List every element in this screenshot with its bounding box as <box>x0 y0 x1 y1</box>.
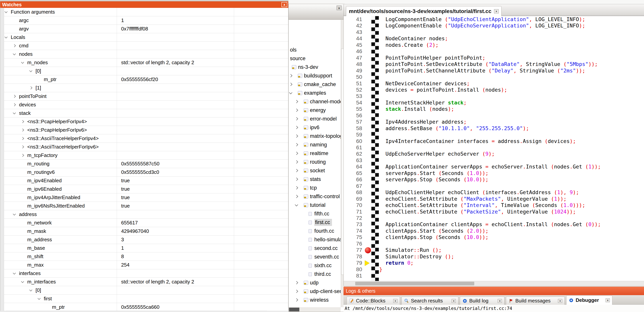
tree-item-second-cc[interactable]: second.cc <box>289 244 340 253</box>
logs-tab-close-icon[interactable]: x <box>558 299 562 303</box>
logs-tab-debugger[interactable]: Debuggerx <box>566 296 612 305</box>
watch-row[interactable]: m_routing0x555555587c50 <box>4 160 288 168</box>
watch-row[interactable]: <ns3::PcapHelperForIpv4> <box>4 118 288 126</box>
expand-arrow-icon[interactable] <box>295 143 298 147</box>
watch-row[interactable]: [0] <box>4 286 288 295</box>
expand-arrow-icon[interactable] <box>295 298 298 302</box>
watch-row[interactable]: m_ptr0x5555555ca660 <box>4 303 288 311</box>
expand-arrow-icon[interactable] <box>295 109 298 112</box>
project-tree-header[interactable]: x <box>288 4 344 20</box>
watch-row[interactable]: address <box>4 210 288 219</box>
tree-item-naming[interactable]: naming <box>289 141 340 149</box>
tree-item-sixth-cc[interactable]: sixth.cc <box>289 261 340 270</box>
watch-row[interactable]: m_ipv4Enabledtrue <box>4 176 288 185</box>
logs-tab-close-icon[interactable]: x <box>498 299 502 303</box>
tree-item-socket[interactable]: socket <box>289 166 340 175</box>
logs-tab-search-results[interactable]: Search resultsx <box>402 297 458 305</box>
tree-item-buildsupport[interactable]: buildsupport <box>289 71 340 80</box>
watch-row[interactable]: m_shift8 <box>4 252 288 261</box>
tree-item-hello-simulator-cc[interactable]: hello-simulator.cc <box>289 235 340 244</box>
watch-row[interactable]: m_ipv4ArpJitterEnabledtrue <box>4 193 288 202</box>
watch-row[interactable]: pointToPoint <box>4 92 288 101</box>
tree-item-first-cc[interactable]: first.cc <box>289 218 340 227</box>
expand-arrow-icon[interactable] <box>295 169 298 172</box>
tree-item-tcp[interactable]: tcp <box>289 184 340 192</box>
watch-row[interactable]: stack <box>4 109 288 118</box>
collapse-arrow-icon[interactable] <box>289 91 292 94</box>
expand-arrow-icon[interactable] <box>295 195 298 198</box>
watch-row[interactable]: m_mask4294967040 <box>4 227 288 236</box>
editor-tab-first-cc[interactable]: mnt/dev/tools/source/ns-3-dev/examples/t… <box>346 6 502 16</box>
watch-row[interactable]: m_ipv6NsRsJitterEnabledtrue <box>4 202 288 210</box>
expand-arrow-icon[interactable] <box>289 74 292 77</box>
watch-row[interactable]: Function arguments <box>4 8 288 16</box>
expand-arrow-icon[interactable] <box>289 83 292 86</box>
watch-row[interactable]: cmd <box>4 42 288 50</box>
tree-item-stats[interactable]: stats <box>289 175 340 184</box>
breakpoint-margin[interactable] <box>364 16 371 281</box>
logs-titlebar[interactable]: Logs & others <box>344 287 644 295</box>
tree-item-matrix-topology[interactable]: matrix-topology <box>289 132 340 141</box>
tree-item-cmake-cache[interactable]: cmake_cache <box>289 80 340 89</box>
expand-arrow-icon[interactable] <box>295 152 298 155</box>
expand-arrow-icon[interactable] <box>295 290 298 293</box>
tree-item-ns-3-dev[interactable]: ns-3-dev <box>289 63 340 71</box>
fold-margin-checker[interactable] <box>371 16 379 281</box>
tree-item-seventh-cc[interactable]: seventh.cc <box>289 253 340 261</box>
logs-tab-build-messages[interactable]: Build messagesx <box>506 297 565 305</box>
expand-arrow-icon[interactable] <box>295 178 298 181</box>
tree-item-tutorial[interactable]: tutorial <box>289 201 340 209</box>
watch-row[interactable]: m_network655617 <box>4 219 288 227</box>
watches-titlebar[interactable]: Watches x <box>0 1 288 8</box>
tree-item-examples[interactable]: examples <box>289 89 340 97</box>
expand-arrow-icon[interactable] <box>295 160 298 164</box>
expand-arrow-icon[interactable] <box>295 100 298 103</box>
expand-arrow-icon[interactable] <box>295 126 298 129</box>
watch-row[interactable]: m_routingv60x5555555cd3c0 <box>4 168 288 176</box>
tree-item-realtime[interactable]: realtime <box>289 149 340 158</box>
editor-tab-close-icon[interactable]: x <box>494 9 499 13</box>
watch-row[interactable]: nodes <box>4 50 288 58</box>
editor-content[interactable]: LogComponentEnable ("UdpEchoClientApplic… <box>344 16 644 281</box>
watch-row[interactable]: m_interfacesstd::vector of length 2, cap… <box>4 278 288 286</box>
project-tree-horizontal-scrollbar[interactable] <box>288 307 340 312</box>
watch-row[interactable]: m_ipv6Enabledtrue <box>4 185 288 193</box>
watch-row[interactable]: devices <box>4 101 288 109</box>
logs-tab-close-icon[interactable]: x <box>452 299 456 303</box>
watch-row[interactable]: Locals <box>4 33 288 42</box>
tree-item-third-cc[interactable]: third.cc <box>289 270 340 279</box>
logs-tab-close-icon[interactable]: x <box>393 299 398 303</box>
watch-row[interactable]: interfaces <box>4 269 288 278</box>
tree-item-routing[interactable]: routing <box>289 158 340 166</box>
watch-row[interactable]: argv0x7fffffffdf08 <box>4 25 288 33</box>
watch-row[interactable]: m_nodesstd::vector of length 2, capacity… <box>4 58 288 67</box>
watch-row[interactable]: m_address3 <box>4 236 288 244</box>
expand-arrow-icon[interactable] <box>295 117 298 121</box>
watches-close-button[interactable]: x <box>282 2 287 7</box>
watch-row[interactable]: m_tcpFactory <box>4 151 288 160</box>
tree-item-traffic-control[interactable]: traffic-control <box>289 192 340 201</box>
project-tree-close-button[interactable]: x <box>336 5 342 10</box>
watch-row[interactable]: m_base1 <box>4 244 288 252</box>
watch-row[interactable]: <ns3::AsciiTraceHelperForIpv4> <box>4 134 288 143</box>
tree-item-fifth-cc[interactable]: fifth.cc <box>289 209 340 218</box>
watch-row[interactable]: m_ptr0x55555556cf20 <box>4 75 288 84</box>
expand-arrow-icon[interactable] <box>295 281 298 284</box>
logs-tab-close-icon[interactable]: x <box>606 298 610 302</box>
watch-row[interactable]: <ns3::AsciiTraceHelperForIpv6> <box>4 143 288 151</box>
collapse-arrow-icon[interactable] <box>295 203 298 206</box>
tree-item-error-model[interactable]: error-model <box>289 115 340 123</box>
tree-item-channel-models[interactable]: channel-models <box>289 97 340 106</box>
logs-tab-build-log[interactable]: Build logx <box>460 297 504 305</box>
watch-row[interactable]: first <box>4 295 288 303</box>
expand-arrow-icon[interactable] <box>295 135 298 138</box>
tree-item-udp[interactable]: udp <box>289 279 340 287</box>
project-tree-horizontal-scrollbar-thumb[interactable] <box>289 308 299 312</box>
tree-item-wireless[interactable]: wireless <box>289 296 340 304</box>
expand-arrow-icon[interactable] <box>295 186 298 189</box>
watch-row[interactable]: <ns3::PcapHelperForIpv6> <box>4 126 288 134</box>
watch-row[interactable]: m_max254 <box>4 261 288 269</box>
editor-horizontal-scrollbar-thumb[interactable] <box>355 282 474 285</box>
breakpoint-icon[interactable] <box>365 247 371 253</box>
watch-row[interactable]: [0] <box>4 67 288 75</box>
